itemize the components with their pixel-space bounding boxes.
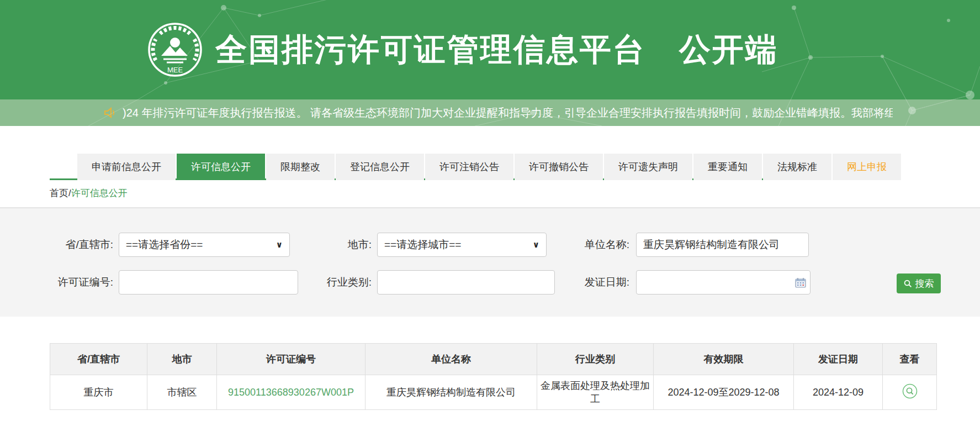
cell-issue-date: 2024-12-09 — [794, 375, 883, 410]
announcement-marquee-text: )24 年排污许可证年度执行报告报送。 请各省级生态环境部门加大对企业提醒和指导… — [123, 106, 893, 120]
page-title: 全国排污许可证管理信息平台 公开端 — [215, 29, 778, 71]
breadcrumb-current: 许可信息公开 — [71, 188, 128, 198]
svg-text:MEE: MEE — [167, 66, 183, 74]
announcement-bar: )24 年排污许可证年度执行报告报送。 请各省级生态环境部门加大对企业提醒和指导… — [0, 99, 980, 126]
table-row: 重庆市 市辖区 91500113668930267W001P 重庆昊辉钢结构制造… — [50, 375, 937, 410]
permit-no-label: 许可证编号: — [33, 270, 113, 294]
city-label: 地市: — [309, 233, 372, 257]
tab-permit-cancellation-notice[interactable]: 许可注销公告 — [425, 154, 513, 180]
tab-permit-loss-statement[interactable]: 许可遗失声明 — [604, 154, 692, 180]
col-header-permit-no: 许可证编号 — [217, 344, 365, 375]
table-header-row: 省/直辖市 地市 许可证编号 单位名称 行业类别 有效期限 发证日期 查看 — [50, 344, 937, 375]
province-select-value: ==请选择省份== — [126, 238, 203, 252]
tab-deadline-rectification[interactable]: 限期整改 — [266, 154, 335, 180]
company-input[interactable] — [636, 233, 809, 257]
search-button-label: 搜索 — [915, 277, 934, 290]
province-select[interactable]: ==请选择省份== ∨ — [119, 233, 290, 257]
magnifier-circle-icon — [902, 383, 918, 399]
industry-label: 行业类别: — [309, 270, 372, 294]
cell-company: 重庆昊辉钢结构制造有限公司 — [365, 375, 537, 410]
tab-pre-application-disclosure[interactable]: 申请前信息公开 — [77, 154, 176, 180]
issue-date-label: 发证日期: — [569, 270, 629, 294]
speaker-icon — [104, 107, 117, 119]
col-header-city: 地市 — [147, 344, 217, 375]
tab-important-notices[interactable]: 重要通知 — [693, 154, 762, 180]
mee-logo-icon: MEE — [147, 22, 203, 78]
page: MEE 全国排污许可证管理信息平台 公开端 )24 年排污许可证年度执行报告报送… — [0, 0, 980, 410]
col-header-company: 单位名称 — [365, 344, 537, 375]
col-header-province: 省/直辖市 — [50, 344, 147, 375]
search-button[interactable]: 搜索 — [897, 274, 941, 293]
site-header: MEE 全国排污许可证管理信息平台 公开端 — [0, 0, 980, 99]
issue-date-field — [636, 270, 811, 294]
chevron-down-icon: ∨ — [276, 240, 283, 250]
city-select[interactable]: ==请选择城市== ∨ — [377, 233, 547, 257]
permit-number-link[interactable]: 91500113668930267W001P — [228, 387, 354, 398]
issue-date-input[interactable] — [636, 270, 811, 294]
view-details-button[interactable] — [902, 383, 918, 399]
company-label: 单位名称: — [569, 233, 629, 257]
results-table: 省/直辖市 地市 许可证编号 单位名称 行业类别 有效期限 发证日期 查看 重庆… — [50, 343, 937, 410]
chevron-down-icon: ∨ — [533, 240, 539, 250]
col-header-issue-date: 发证日期 — [794, 344, 883, 375]
industry-input[interactable] — [377, 270, 555, 294]
city-select-value: ==请选择城市== — [384, 238, 461, 252]
cell-province: 重庆市 — [50, 375, 147, 410]
permit-no-input[interactable] — [119, 270, 298, 294]
cell-validity: 2024-12-09至2029-12-08 — [654, 375, 794, 410]
tab-online-application[interactable]: 网上申报 — [833, 154, 901, 180]
nav-section: 申请前信息公开 许可信息公开 限期整改 登记信息公开 许可注销公告 许可撤销公告… — [0, 126, 980, 208]
cell-industry: 金属表面处理及热处理加工 — [537, 375, 654, 410]
province-label: 省/直辖市: — [33, 233, 113, 257]
search-filter-panel: 省/直辖市: ==请选择省份== ∨ 地市: ==请选择城市== ∨ 单位名称:… — [0, 208, 980, 317]
breadcrumb: 首页/许可信息公开 — [50, 187, 980, 199]
breadcrumb-home-link[interactable]: 首页 — [50, 188, 68, 198]
tab-regulations-standards[interactable]: 法规标准 — [763, 154, 831, 180]
calendar-icon[interactable] — [795, 277, 806, 288]
nav-tabs: 申请前信息公开 许可信息公开 限期整改 登记信息公开 许可注销公告 许可撤销公告… — [50, 154, 939, 180]
tab-registration-info[interactable]: 登记信息公开 — [336, 154, 424, 180]
tab-permit-info-disclosure[interactable]: 许可信息公开 — [177, 154, 265, 180]
tab-permit-revocation-notice[interactable]: 许可撤销公告 — [515, 154, 603, 180]
col-header-validity: 有效期限 — [654, 344, 794, 375]
cell-city: 市辖区 — [147, 375, 217, 410]
col-header-view: 查看 — [883, 344, 937, 375]
search-icon — [904, 280, 912, 288]
col-header-industry: 行业类别 — [537, 344, 654, 375]
